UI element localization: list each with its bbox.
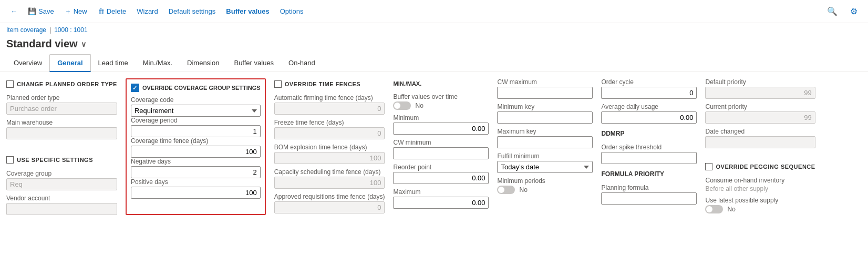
breadcrumb-item-id[interactable]: 1000 : 1001 <box>54 26 87 34</box>
average-daily-usage-input[interactable] <box>601 111 697 124</box>
change-planned-order-checkbox[interactable] <box>6 80 14 88</box>
min-max-label: MIN./MAX. <box>393 78 489 89</box>
cw-minimum-input[interactable] <box>393 147 489 159</box>
planning-formula-input[interactable] <box>601 192 697 205</box>
default-settings-button[interactable]: Default settings <box>164 5 220 17</box>
buffer-values-button[interactable]: Buffer values <box>222 5 273 17</box>
override-pegging-checkbox[interactable] <box>705 163 712 170</box>
view-title-chevron-icon[interactable]: ∨ <box>81 40 86 48</box>
bom-explosion-field: BOM explosion time fence (days) <box>274 144 385 164</box>
breadcrumb-item-coverage[interactable]: Item coverage <box>6 26 46 34</box>
negative-days-input[interactable] <box>131 166 261 178</box>
minimum-input[interactable] <box>393 123 489 135</box>
planning-formula-field: Planning formula <box>601 184 697 205</box>
change-planned-order-header: CHANGE PLANNED ORDER TYPE <box>6 78 117 90</box>
tab-overview[interactable]: Overview <box>6 55 49 72</box>
coverage-group-input <box>6 178 117 190</box>
page-title: Standard view <box>6 38 78 50</box>
override-time-fences-checkbox[interactable] <box>274 80 282 88</box>
coverage-time-fence-input[interactable] <box>131 146 261 158</box>
positive-days-input[interactable] <box>131 187 261 199</box>
minimum-periods-toggle[interactable] <box>497 186 515 194</box>
wizard-button[interactable]: Wizard <box>132 5 162 17</box>
main-warehouse-field: Main warehouse <box>6 119 117 139</box>
use-latest-supply-no-label: No <box>727 206 735 213</box>
maximum-label: Maximum <box>393 188 489 196</box>
maximum-input[interactable] <box>393 197 489 209</box>
breadcrumb-separator: | <box>49 26 51 34</box>
order-spike-threshold-input[interactable] <box>601 152 697 164</box>
override-coverage-checkbox[interactable]: ✓ <box>131 84 139 92</box>
default-priority-label: Default priority <box>705 78 815 86</box>
automatic-firming-label: Automatic firming time fence (days) <box>274 94 385 101</box>
date-changed-field: Date changed <box>705 128 815 148</box>
use-latest-supply-label: Use latest possible supply <box>705 197 815 204</box>
use-specific-settings-checkbox[interactable] <box>6 156 14 164</box>
fulfill-minimum-label: Fulfill minimum <box>497 152 593 160</box>
consume-onhand-label: Consume on-hand inventory <box>705 177 815 184</box>
minimum-key-label: Minimum key <box>497 103 593 110</box>
average-daily-usage-field: Average daily usage <box>601 103 697 124</box>
reorder-point-input[interactable] <box>393 172 489 184</box>
planning-formula-label: Planning formula <box>601 184 697 191</box>
fulfill-minimum-select[interactable]: Today's date First issue date Coverage s… <box>497 161 593 173</box>
order-spike-threshold-field: Order spike threshold <box>601 144 697 164</box>
delete-button[interactable]: 🗑 Delete <box>94 5 131 17</box>
col-time-fences: OVERRIDE TIME FENCES Automatic firming t… <box>274 78 385 215</box>
default-priority-input <box>705 87 815 99</box>
minimum-key-field: Minimum key <box>497 103 593 124</box>
tab-buffer-values[interactable]: Buffer values <box>226 55 281 72</box>
tab-lead-time[interactable]: Lead time <box>91 55 136 72</box>
minimum-key-input[interactable] <box>497 111 593 124</box>
freeze-time-fence-label: Freeze time fence (days) <box>274 119 385 126</box>
tab-min-max[interactable]: Min./Max. <box>136 55 180 72</box>
bom-explosion-label: BOM explosion time fence (days) <box>274 144 385 151</box>
maximum-key-label: Maximum key <box>497 128 593 135</box>
buffer-values-no-label: No <box>415 102 423 109</box>
back-button[interactable]: ← <box>6 5 22 17</box>
main-warehouse-label: Main warehouse <box>6 119 117 126</box>
col-planned-order: CHANGE PLANNED ORDER TYPE Planned order … <box>6 78 117 215</box>
breadcrumb: Item coverage | 1000 : 1001 <box>0 23 868 37</box>
new-button[interactable]: ＋ New <box>60 5 91 18</box>
tab-on-hand[interactable]: On-hand <box>281 55 323 72</box>
save-button[interactable]: 💾 Save <box>24 5 58 17</box>
toolbar: ← 💾 Save ＋ New 🗑 Delete Wizard Default s… <box>0 0 868 23</box>
tabs-bar: Overview General Lead time Min./Max. Dim… <box>0 54 868 72</box>
coverage-group-label: Coverage group <box>6 170 117 177</box>
current-priority-field: Current priority <box>705 103 815 124</box>
tab-dimension[interactable]: Dimension <box>180 55 226 72</box>
buffer-values-toggle[interactable] <box>393 101 411 110</box>
use-latest-supply-toggle[interactable] <box>705 205 723 213</box>
approved-requisitions-input <box>274 201 385 213</box>
back-icon: ← <box>11 7 17 15</box>
tab-general[interactable]: General <box>49 54 90 72</box>
planned-order-type-label: Planned order type <box>6 94 117 101</box>
coverage-code-label: Coverage code <box>131 96 261 104</box>
bom-explosion-input <box>274 152 385 164</box>
order-cycle-input[interactable] <box>601 87 697 99</box>
options-button[interactable]: Options <box>276 5 308 17</box>
view-title-container: Standard view ∨ <box>0 37 868 54</box>
settings-icon-button[interactable]: ⚙ <box>846 4 862 18</box>
search-button[interactable]: 🔍 <box>823 4 842 18</box>
cw-maximum-input[interactable] <box>497 87 593 99</box>
override-pegging-header: OVERRIDE PEGGING SEQUENCE <box>705 161 815 172</box>
checkmark-icon: ✓ <box>132 85 137 91</box>
capacity-scheduling-field: Capacity scheduling time fence (days) <box>274 168 385 189</box>
consume-onhand-value: Before all other supply <box>705 185 815 192</box>
col-priority: Default priority Current priority Date c… <box>705 78 815 215</box>
positive-days-label: Positive days <box>131 178 261 186</box>
coverage-time-fence-label: Coverage time fence (days) <box>131 137 261 145</box>
coverage-period-field: Coverage period <box>131 117 261 137</box>
minimum-periods-field: Minimum periods No <box>497 177 593 194</box>
planned-order-type-input <box>6 103 117 115</box>
coverage-code-select[interactable]: Requirement Period Min/Max Manual <box>131 105 261 117</box>
cw-minimum-label: CW minimum <box>393 139 489 146</box>
use-latest-supply-field: Use latest possible supply No <box>705 197 815 213</box>
vendor-account-field: Vendor account <box>6 195 117 215</box>
override-coverage-col: ✓ OVERRIDE COVERAGE GROUP SETTINGS Cover… <box>126 78 266 215</box>
minimum-periods-no-label: No <box>519 186 527 193</box>
maximum-key-input[interactable] <box>497 136 593 148</box>
coverage-period-input[interactable] <box>131 125 261 137</box>
